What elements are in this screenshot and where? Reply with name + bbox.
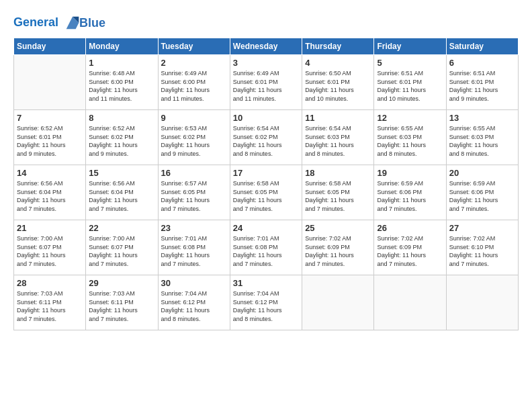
day-cell: 13Sunrise: 6:55 AM Sunset: 6:03 PM Dayli… xyxy=(446,110,518,165)
day-number: 3 xyxy=(233,58,299,68)
day-info: Sunrise: 6:49 AM Sunset: 6:01 PM Dayligh… xyxy=(233,69,299,103)
day-info: Sunrise: 7:03 AM Sunset: 6:11 PM Dayligh… xyxy=(89,289,154,323)
day-info: Sunrise: 6:52 AM Sunset: 6:02 PM Dayligh… xyxy=(89,124,154,158)
day-cell: 18Sunrise: 6:58 AM Sunset: 6:05 PM Dayli… xyxy=(302,165,374,220)
day-cell: 11Sunrise: 6:54 AM Sunset: 6:03 PM Dayli… xyxy=(302,110,374,165)
col-header-tuesday: Tuesday xyxy=(158,38,230,55)
day-cell: 26Sunrise: 7:02 AM Sunset: 6:09 PM Dayli… xyxy=(374,220,446,275)
day-cell: 5Sunrise: 6:51 AM Sunset: 6:01 PM Daylig… xyxy=(374,55,446,110)
logo: General Blue xyxy=(13,13,105,32)
week-row-2: 7Sunrise: 6:52 AM Sunset: 6:01 PM Daylig… xyxy=(14,110,519,165)
day-info: Sunrise: 7:04 AM Sunset: 6:12 PM Dayligh… xyxy=(161,289,227,323)
day-cell: 15Sunrise: 6:56 AM Sunset: 6:04 PM Dayli… xyxy=(86,165,158,220)
day-info: Sunrise: 6:51 AM Sunset: 6:01 PM Dayligh… xyxy=(449,69,515,103)
day-info: Sunrise: 7:02 AM Sunset: 6:10 PM Dayligh… xyxy=(449,234,515,268)
day-number: 1 xyxy=(89,58,154,68)
header: General Blue xyxy=(13,11,519,32)
day-info: Sunrise: 6:55 AM Sunset: 6:03 PM Dayligh… xyxy=(377,124,443,158)
calendar-table: SundayMondayTuesdayWednesdayThursdayFrid… xyxy=(13,38,519,330)
week-row-3: 14Sunrise: 6:56 AM Sunset: 6:04 PM Dayli… xyxy=(14,165,519,220)
day-info: Sunrise: 6:52 AM Sunset: 6:01 PM Dayligh… xyxy=(17,124,83,158)
day-cell: 20Sunrise: 6:59 AM Sunset: 6:06 PM Dayli… xyxy=(446,165,518,220)
day-number: 13 xyxy=(449,113,515,123)
day-info: Sunrise: 7:00 AM Sunset: 6:07 PM Dayligh… xyxy=(17,234,83,268)
day-info: Sunrise: 7:03 AM Sunset: 6:11 PM Dayligh… xyxy=(17,289,83,323)
day-number: 23 xyxy=(161,223,227,233)
col-header-wednesday: Wednesday xyxy=(230,38,302,55)
day-number: 19 xyxy=(377,168,443,178)
day-cell: 21Sunrise: 7:00 AM Sunset: 6:07 PM Dayli… xyxy=(14,220,86,275)
day-info: Sunrise: 7:02 AM Sunset: 6:09 PM Dayligh… xyxy=(377,234,443,268)
day-cell: 19Sunrise: 6:59 AM Sunset: 6:06 PM Dayli… xyxy=(374,165,446,220)
day-cell: 28Sunrise: 7:03 AM Sunset: 6:11 PM Dayli… xyxy=(14,275,86,330)
day-number: 10 xyxy=(233,113,299,123)
day-number: 15 xyxy=(89,168,154,178)
day-info: Sunrise: 6:56 AM Sunset: 6:04 PM Dayligh… xyxy=(17,179,83,213)
day-number: 27 xyxy=(449,223,515,233)
day-info: Sunrise: 6:57 AM Sunset: 6:05 PM Dayligh… xyxy=(161,179,227,213)
day-number: 31 xyxy=(233,278,299,288)
day-info: Sunrise: 6:53 AM Sunset: 6:02 PM Dayligh… xyxy=(161,124,227,158)
day-number: 16 xyxy=(161,168,227,178)
day-info: Sunrise: 6:54 AM Sunset: 6:02 PM Dayligh… xyxy=(233,124,299,158)
week-row-4: 21Sunrise: 7:00 AM Sunset: 6:07 PM Dayli… xyxy=(14,220,519,275)
day-number: 29 xyxy=(89,278,154,288)
day-info: Sunrise: 7:02 AM Sunset: 6:09 PM Dayligh… xyxy=(305,234,371,268)
col-header-saturday: Saturday xyxy=(446,38,518,55)
day-info: Sunrise: 7:04 AM Sunset: 6:12 PM Dayligh… xyxy=(233,289,299,323)
day-number: 6 xyxy=(449,58,515,68)
day-info: Sunrise: 6:59 AM Sunset: 6:06 PM Dayligh… xyxy=(449,179,515,213)
day-cell: 25Sunrise: 7:02 AM Sunset: 6:09 PM Dayli… xyxy=(302,220,374,275)
day-cell xyxy=(14,55,86,110)
day-cell: 24Sunrise: 7:01 AM Sunset: 6:08 PM Dayli… xyxy=(230,220,302,275)
day-cell: 23Sunrise: 7:01 AM Sunset: 6:08 PM Dayli… xyxy=(158,220,230,275)
day-cell: 27Sunrise: 7:02 AM Sunset: 6:10 PM Dayli… xyxy=(446,220,518,275)
col-header-monday: Monday xyxy=(86,38,158,55)
day-cell: 30Sunrise: 7:04 AM Sunset: 6:12 PM Dayli… xyxy=(158,275,230,330)
day-cell: 14Sunrise: 6:56 AM Sunset: 6:04 PM Dayli… xyxy=(14,165,86,220)
day-cell: 10Sunrise: 6:54 AM Sunset: 6:02 PM Dayli… xyxy=(230,110,302,165)
day-cell xyxy=(446,275,518,330)
logo-general: General xyxy=(13,15,58,29)
day-info: Sunrise: 6:56 AM Sunset: 6:04 PM Dayligh… xyxy=(89,179,154,213)
day-number: 28 xyxy=(17,278,83,288)
day-number: 17 xyxy=(233,168,299,178)
col-header-thursday: Thursday xyxy=(302,38,374,55)
day-number: 25 xyxy=(305,223,371,233)
day-info: Sunrise: 6:54 AM Sunset: 6:03 PM Dayligh… xyxy=(305,124,371,158)
day-cell: 2Sunrise: 6:49 AM Sunset: 6:00 PM Daylig… xyxy=(158,55,230,110)
day-info: Sunrise: 6:50 AM Sunset: 6:01 PM Dayligh… xyxy=(305,69,371,103)
day-info: Sunrise: 6:58 AM Sunset: 6:05 PM Dayligh… xyxy=(233,179,299,213)
column-headers: SundayMondayTuesdayWednesdayThursdayFrid… xyxy=(14,38,519,55)
day-info: Sunrise: 6:55 AM Sunset: 6:03 PM Dayligh… xyxy=(449,124,515,158)
day-number: 7 xyxy=(17,113,83,123)
week-row-5: 28Sunrise: 7:03 AM Sunset: 6:11 PM Dayli… xyxy=(14,275,519,330)
day-cell xyxy=(302,275,374,330)
day-number: 14 xyxy=(17,168,83,178)
day-cell: 17Sunrise: 6:58 AM Sunset: 6:05 PM Dayli… xyxy=(230,165,302,220)
day-cell: 8Sunrise: 6:52 AM Sunset: 6:02 PM Daylig… xyxy=(86,110,158,165)
day-info: Sunrise: 6:51 AM Sunset: 6:01 PM Dayligh… xyxy=(377,69,443,103)
day-cell: 3Sunrise: 6:49 AM Sunset: 6:01 PM Daylig… xyxy=(230,55,302,110)
logo-text: General xyxy=(13,13,82,32)
day-number: 26 xyxy=(377,223,443,233)
day-number: 21 xyxy=(17,223,83,233)
col-header-sunday: Sunday xyxy=(14,38,86,55)
day-number: 4 xyxy=(305,58,371,68)
day-cell: 16Sunrise: 6:57 AM Sunset: 6:05 PM Dayli… xyxy=(158,165,230,220)
day-number: 9 xyxy=(161,113,227,123)
day-info: Sunrise: 6:48 AM Sunset: 6:00 PM Dayligh… xyxy=(89,69,154,103)
day-cell xyxy=(374,275,446,330)
day-cell: 29Sunrise: 7:03 AM Sunset: 6:11 PM Dayli… xyxy=(86,275,158,330)
day-info: Sunrise: 7:01 AM Sunset: 6:08 PM Dayligh… xyxy=(233,234,299,268)
day-number: 12 xyxy=(377,113,443,123)
day-info: Sunrise: 6:49 AM Sunset: 6:00 PM Dayligh… xyxy=(161,69,227,103)
day-info: Sunrise: 6:58 AM Sunset: 6:05 PM Dayligh… xyxy=(305,179,371,213)
day-cell: 22Sunrise: 7:00 AM Sunset: 6:07 PM Dayli… xyxy=(86,220,158,275)
day-number: 18 xyxy=(305,168,371,178)
day-number: 11 xyxy=(305,113,371,123)
day-cell: 6Sunrise: 6:51 AM Sunset: 6:01 PM Daylig… xyxy=(446,55,518,110)
col-header-friday: Friday xyxy=(374,38,446,55)
day-number: 30 xyxy=(161,278,227,288)
week-row-1: 1Sunrise: 6:48 AM Sunset: 6:00 PM Daylig… xyxy=(14,55,519,110)
